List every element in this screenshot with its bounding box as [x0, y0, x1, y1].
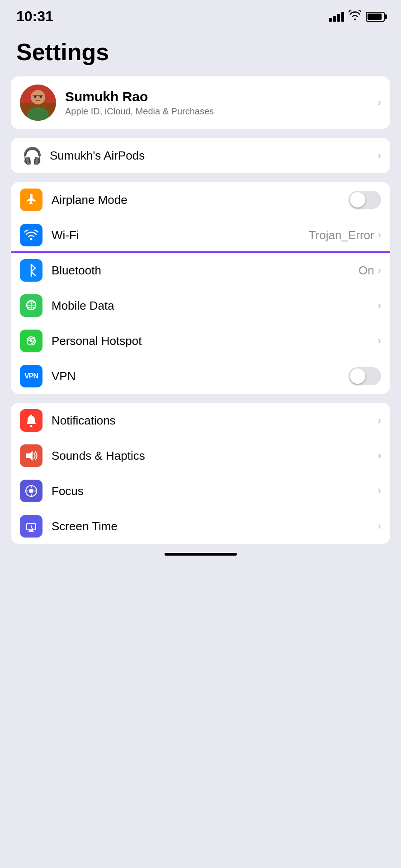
svg-point-2	[31, 90, 45, 104]
svg-rect-4	[24, 94, 30, 103]
mobile-data-item[interactable]: Mobile Data ›	[11, 288, 390, 323]
screen-time-label: Screen Time	[52, 519, 378, 533]
bluetooth-item[interactable]: Bluetooth On ›	[11, 253, 390, 288]
hotspot-chevron: ›	[378, 335, 381, 347]
wifi-value: Trojan_Error	[309, 228, 374, 242]
svg-point-10	[30, 238, 33, 241]
airpods-icon: 🎧	[20, 144, 42, 167]
notifications-item[interactable]: Notifications ›	[11, 403, 390, 438]
sounds-icon	[20, 444, 42, 467]
wifi-label: Wi-Fi	[52, 228, 309, 242]
notifications-icon	[20, 409, 42, 432]
home-indicator	[165, 553, 237, 556]
focus-icon	[20, 480, 42, 502]
airplane-mode-toggle[interactable]	[349, 191, 381, 209]
general-section: Notifications › Sounds & Haptics › Focus…	[11, 403, 390, 544]
vpn-label: VPN	[52, 369, 349, 383]
vpn-icon: VPN	[20, 365, 42, 387]
focus-item[interactable]: Focus ›	[11, 473, 390, 509]
profile-section: Sumukh Rao Apple ID, iCloud, Media & Pur…	[11, 76, 390, 129]
svg-marker-14	[26, 451, 33, 461]
bluetooth-value: On	[359, 264, 374, 278]
vpn-toggle[interactable]	[349, 367, 381, 385]
notifications-label: Notifications	[52, 414, 378, 428]
sounds-label: Sounds & Haptics	[52, 449, 378, 463]
bluetooth-label: Bluetooth	[52, 264, 359, 278]
mobile-data-chevron: ›	[378, 300, 381, 311]
wifi-chevron: ›	[378, 229, 381, 241]
airplane-mode-item[interactable]: Airplane Mode	[11, 182, 390, 217]
profile-text: Sumukh Rao Apple ID, iCloud, Media & Pur…	[65, 89, 378, 117]
svg-rect-18	[28, 531, 34, 532]
bluetooth-chevron: ›	[378, 264, 381, 276]
status-bar: 10:31	[0, 0, 401, 29]
bluetooth-icon	[20, 259, 42, 282]
wifi-status-icon	[349, 10, 361, 23]
notifications-chevron: ›	[378, 415, 381, 426]
airpods-section: 🎧 Sumukh's AirPods ›	[11, 138, 390, 173]
focus-label: Focus	[52, 484, 378, 498]
svg-point-13	[30, 425, 33, 428]
screen-time-chevron: ›	[378, 520, 381, 532]
status-icons	[329, 10, 385, 23]
airpods-item[interactable]: 🎧 Sumukh's AirPods ›	[11, 138, 390, 173]
screen-time-icon	[20, 515, 42, 538]
screen-time-item[interactable]: Screen Time ›	[11, 509, 390, 544]
wifi-icon	[20, 224, 42, 246]
svg-text:🎧: 🎧	[22, 146, 42, 165]
personal-hotspot-item[interactable]: Personal Hotspot ›	[11, 323, 390, 359]
svg-rect-5	[46, 94, 52, 103]
battery-icon	[366, 12, 385, 22]
profile-subtitle: Apple ID, iCloud, Media & Purchases	[65, 106, 378, 117]
mobile-data-label: Mobile Data	[52, 299, 378, 313]
sounds-item[interactable]: Sounds & Haptics ›	[11, 438, 390, 473]
hotspot-icon	[20, 330, 42, 352]
airplane-mode-label: Airplane Mode	[52, 193, 349, 207]
avatar	[20, 85, 56, 121]
svg-rect-8	[33, 95, 43, 96]
profile-item[interactable]: Sumukh Rao Apple ID, iCloud, Media & Pur…	[11, 76, 390, 129]
hotspot-label: Personal Hotspot	[52, 334, 378, 348]
wifi-item[interactable]: Wi-Fi Trojan_Error ›	[11, 217, 390, 253]
svg-point-15	[29, 489, 33, 493]
connectivity-section: Airplane Mode Wi-Fi Trojan_Error › Bluet…	[11, 182, 390, 394]
focus-chevron: ›	[378, 485, 381, 497]
airpods-label: Sumukh's AirPods	[50, 149, 378, 163]
vpn-item[interactable]: VPN VPN	[11, 359, 390, 394]
page-title: Settings	[0, 29, 401, 76]
status-time: 10:31	[16, 8, 53, 25]
sounds-chevron: ›	[378, 450, 381, 462]
mobile-data-icon	[20, 294, 42, 317]
signal-icon	[329, 12, 344, 22]
profile-name: Sumukh Rao	[65, 89, 378, 104]
airplane-mode-icon	[20, 189, 42, 211]
airpods-chevron: ›	[378, 150, 381, 161]
profile-chevron: ›	[378, 97, 381, 108]
